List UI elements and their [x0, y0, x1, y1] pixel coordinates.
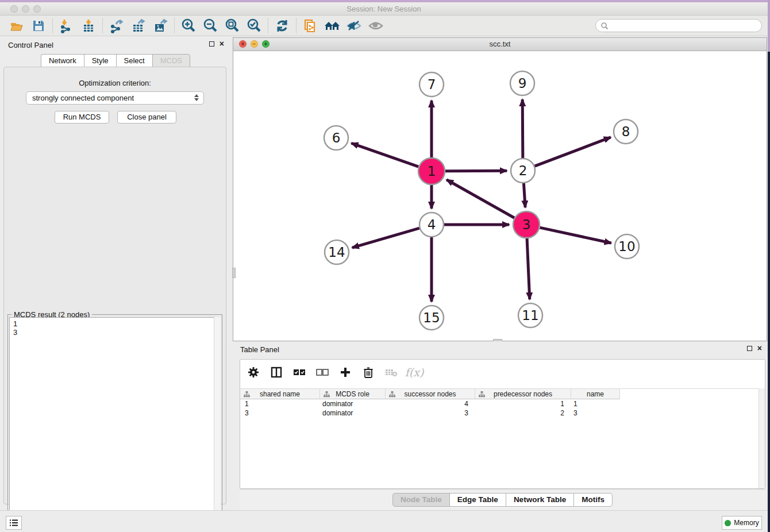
column-header-predecessor-nodes[interactable]: predecessor nodes: [475, 389, 571, 399]
memory-status-icon: [725, 520, 731, 526]
graph-node-8[interactable]: 8: [614, 119, 638, 144]
window-border-accent-right: [768, 0, 770, 52]
graph-node-9[interactable]: 9: [510, 71, 534, 95]
zoom-out-icon[interactable]: [199, 17, 221, 34]
export-image-icon[interactable]: [149, 17, 171, 34]
close-panel-button[interactable]: Close panel: [117, 111, 176, 124]
column-header-successor-nodes[interactable]: successor nodes: [386, 389, 475, 399]
column-header-shared-name[interactable]: shared name: [240, 389, 320, 399]
network-vscroll-thumb[interactable]: [232, 268, 236, 278]
export-table-icon[interactable]: [128, 17, 149, 34]
graph-edge-1-6[interactable]: [351, 143, 418, 167]
graph-edge-2-8[interactable]: [535, 137, 611, 166]
svg-text:2: 2: [519, 163, 528, 178]
column-header-MCDS-role[interactable]: MCDS role: [320, 389, 386, 399]
table-scrollbar[interactable]: [759, 388, 765, 488]
graph-node-2[interactable]: 2: [511, 159, 535, 183]
table-cell[interactable]: 3: [386, 408, 475, 418]
graph-node-10[interactable]: 10: [615, 234, 639, 259]
delete-table-icon[interactable]: [384, 365, 399, 380]
select-all-icon[interactable]: [292, 365, 307, 380]
graph-node-11[interactable]: 11: [518, 303, 542, 327]
result-scrollbar[interactable]: [214, 317, 221, 530]
tab-edge-table[interactable]: Edge Table: [449, 493, 506, 507]
table-toolbar: f(x): [240, 360, 765, 385]
graph-edge-4-14[interactable]: [352, 228, 419, 248]
home-icon[interactable]: [321, 17, 343, 34]
graph-node-3[interactable]: 3: [513, 211, 540, 238]
close-table-panel-icon[interactable]: ×: [757, 346, 762, 351]
hide-graphics-details-icon[interactable]: [343, 17, 365, 34]
float-panel-icon[interactable]: [209, 41, 214, 47]
control-panel: Control Panel × NetworkStyleSelectMCDS O…: [0, 36, 231, 510]
function-builder-icon[interactable]: f(x): [407, 365, 422, 380]
memory-button[interactable]: Memory: [722, 516, 762, 530]
search-icon: [600, 22, 609, 30]
tab-style[interactable]: Style: [84, 54, 116, 68]
table-row[interactable]: 1dominator411: [240, 399, 765, 408]
desktop-background-strip: [768, 0, 770, 532]
main-toolbar: [0, 16, 768, 36]
zoom-selected-icon[interactable]: [243, 17, 265, 34]
table-cell[interactable]: 3: [571, 408, 620, 418]
toggle-column-icon[interactable]: [269, 365, 284, 380]
float-table-panel-icon[interactable]: [747, 346, 752, 351]
table-cell[interactable]: 4: [386, 399, 475, 408]
table-cell[interactable]: 3: [240, 408, 320, 418]
column-header-name[interactable]: name: [571, 389, 620, 399]
table-cell[interactable]: dominator: [320, 399, 386, 408]
network-window-titlebar[interactable]: × − + scc.txt: [233, 38, 767, 51]
tab-node-table[interactable]: Node Table: [392, 493, 449, 507]
mcds-result-text[interactable]: 1 3: [9, 317, 221, 530]
table-cell[interactable]: dominator: [320, 408, 386, 418]
graph-edge-3-10[interactable]: [540, 228, 611, 243]
delete-row-trash-icon[interactable]: [361, 365, 376, 380]
settings-gear-icon[interactable]: [246, 365, 261, 380]
refresh-icon[interactable]: [271, 17, 293, 34]
optimization-criterion-select[interactable]: strongly connected component: [26, 91, 204, 105]
import-table-icon[interactable]: [78, 17, 99, 34]
graph-edge-3-11[interactable]: [527, 238, 530, 299]
tab-select[interactable]: Select: [116, 54, 152, 68]
graph-node-6[interactable]: 6: [324, 126, 348, 150]
tab-mcds[interactable]: MCDS: [152, 54, 190, 68]
mcds-result-group: MCDS result (2 nodes) 1 3: [7, 314, 222, 531]
show-graphics-details-icon[interactable]: [365, 17, 387, 34]
add-row-icon[interactable]: [338, 365, 353, 380]
graph-node-1[interactable]: 1: [418, 158, 445, 184]
zoom-in-icon[interactable]: [178, 17, 199, 34]
copy-network-icon[interactable]: [299, 17, 321, 34]
run-mcds-button[interactable]: Run MCDS: [55, 111, 109, 124]
table-cell[interactable]: 1: [571, 399, 620, 408]
svg-text:3: 3: [522, 217, 531, 232]
tab-network-table[interactable]: Network Table: [506, 493, 573, 507]
list-icon: [9, 519, 18, 527]
graph-node-7[interactable]: 7: [419, 72, 444, 97]
table-cell[interactable]: 1: [475, 399, 571, 408]
mcds-panel: Optimization criterion: strongly connect…: [3, 67, 226, 504]
select-stepper-icon: [194, 94, 199, 101]
graph-node-15[interactable]: 15: [419, 306, 444, 330]
task-history-button[interactable]: [6, 516, 22, 530]
deselect-all-icon[interactable]: [315, 365, 330, 380]
graph-edge-2-9[interactable]: [522, 99, 523, 158]
export-network-icon[interactable]: [106, 17, 128, 34]
graph-edge-1-2[interactable]: [445, 171, 507, 171]
search-box[interactable]: [595, 19, 762, 32]
save-session-icon[interactable]: [28, 17, 49, 34]
tab-network[interactable]: Network: [41, 54, 84, 68]
graph-node-14[interactable]: 14: [325, 240, 349, 264]
close-panel-icon[interactable]: ×: [220, 41, 224, 47]
open-session-icon[interactable]: [6, 17, 28, 34]
table-cell[interactable]: 2: [475, 408, 571, 418]
tab-motifs[interactable]: Motifs: [573, 493, 613, 507]
search-input[interactable]: [609, 22, 761, 30]
zoom-fit-icon[interactable]: [221, 17, 243, 34]
graph-edge-3-1[interactable]: [446, 180, 514, 218]
table-cell[interactable]: 1: [240, 399, 320, 408]
network-canvas[interactable]: 1234678910111415: [233, 51, 767, 341]
graph-edge-2-3[interactable]: [523, 183, 525, 207]
import-network-icon[interactable]: [56, 17, 78, 34]
graph-node-4[interactable]: 4: [419, 213, 444, 237]
table-row[interactable]: 3dominator323: [240, 408, 765, 418]
